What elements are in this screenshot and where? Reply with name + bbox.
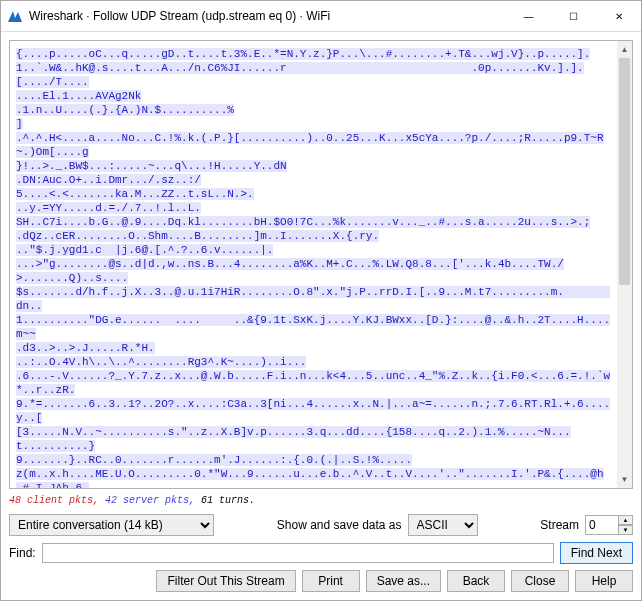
button-row: Filter Out This Stream Print Save as... …: [9, 570, 633, 592]
format-row: Entire conversation (14 kB) Show and sav…: [9, 514, 633, 536]
save-as-button[interactable]: Save as...: [366, 570, 441, 592]
show-save-label: Show and save data as: [277, 518, 402, 532]
stream-text[interactable]: {....p.....oC...q.....gD..t....t.3%.E..*…: [10, 41, 617, 488]
stream-line[interactable]: 9.......}..RC..0.......r......m'.J......…: [16, 454, 412, 466]
titlebar: Wireshark · Follow UDP Stream (udp.strea…: [1, 1, 641, 32]
find-input[interactable]: [42, 543, 554, 563]
vertical-scrollbar[interactable]: ▲ ▼: [617, 41, 632, 488]
stream-line[interactable]: .^.^.H<....a....No...C.!%.k.(.P.}[......…: [16, 132, 604, 158]
stream-line[interactable]: .#.I.JAh.6.: [16, 482, 89, 488]
close-dialog-button[interactable]: Close: [511, 570, 569, 592]
stream-line[interactable]: ...>"g........@s..d|d.,w..ns.B...4......…: [16, 258, 564, 284]
find-next-button[interactable]: Find Next: [560, 542, 633, 564]
wireshark-fin-icon: [7, 8, 23, 24]
stream-line[interactable]: 1..`.W&..hK@.s....t...A.../n.C6%JI......…: [16, 62, 584, 88]
stream-line[interactable]: z(m..x.h....ME.U.O.........0.*"W...9....…: [16, 468, 604, 480]
packet-summary: 48 client pkts, 42 server pkts, 61 turns…: [9, 495, 633, 506]
stream-line[interactable]: .6...-.V......?_.Y.7.z..x...@.W.b.....F.…: [16, 370, 610, 396]
turns: 61 turns.: [201, 495, 255, 506]
stream-line[interactable]: }!..>._.BW$...:.....~...q\...!H.....Y..d…: [16, 160, 287, 172]
scroll-down-icon[interactable]: ▼: [617, 471, 632, 488]
stream-label: Stream: [540, 518, 579, 532]
client-pkts: 48 client pkts,: [9, 495, 99, 506]
stream-line[interactable]: 5....<.<.......ka.M...ZZ..t.sL..N.>.: [16, 188, 254, 200]
window-title: Wireshark · Follow UDP Stream (udp.strea…: [29, 9, 506, 23]
stream-line[interactable]: .d3..>..>.J.....R.*H.: [16, 342, 155, 354]
scroll-track[interactable]: [617, 58, 632, 471]
stream-value[interactable]: [585, 515, 619, 535]
help-button[interactable]: Help: [575, 570, 633, 592]
stream-line[interactable]: ]: [16, 118, 23, 130]
back-button[interactable]: Back: [447, 570, 505, 592]
window-buttons: — ☐ ✕: [506, 1, 641, 31]
stream-line[interactable]: SH..C7i....b.G..@.9....Dq.kl........bH.$…: [16, 216, 590, 228]
stream-line[interactable]: 9.*=.......6..3..1?..2O?..x....:C3a..3[n…: [16, 398, 610, 424]
stream-frame: {....p.....oC...q.....gD..t....t.3%.E..*…: [9, 40, 633, 489]
find-row: Find: Find Next: [9, 542, 633, 564]
stream-line[interactable]: [3.....N.V..~..........s."..z..X.B]v.p..…: [16, 426, 571, 452]
stream-line[interactable]: .DN:Auc.O+..i.Dmr.../.sz..:/: [16, 174, 201, 186]
close-button[interactable]: ✕: [596, 1, 641, 31]
minimize-button[interactable]: —: [506, 1, 551, 31]
stream-line[interactable]: ..y.=YY.....d.=./.7..!.l..L.: [16, 202, 201, 214]
stream-line[interactable]: .dQz..cER........O..Shm....B........]m..…: [16, 230, 379, 242]
stream-line[interactable]: ....El.1....AVAg2Nk: [16, 90, 141, 102]
spin-up-icon[interactable]: ▲: [619, 515, 633, 525]
stream-line[interactable]: {....p.....oC...q.....gD..t....t.3%.E..*…: [16, 48, 590, 60]
stream-line[interactable]: .."$.j.ygd1.c |j.6@.[.^.?..6.v......|.: [16, 244, 273, 256]
content-area: {....p.....oC...q.....gD..t....t.3%.E..*…: [1, 32, 641, 600]
main-window: Wireshark · Follow UDP Stream (udp.strea…: [0, 0, 642, 601]
stream-spinner[interactable]: ▲ ▼: [585, 515, 633, 535]
maximize-button[interactable]: ☐: [551, 1, 596, 31]
conversation-select[interactable]: Entire conversation (14 kB): [9, 514, 214, 536]
scroll-thumb[interactable]: [619, 58, 630, 285]
stream-line[interactable]: 1.........."DG.e...... .... ..&{9.1t.SxK…: [16, 314, 610, 340]
print-button[interactable]: Print: [302, 570, 360, 592]
stream-line[interactable]: $s.......d/h.f..j.X..3..@.u.1i7HiR......…: [16, 286, 610, 312]
scroll-up-icon[interactable]: ▲: [617, 41, 632, 58]
stream-line[interactable]: ..:..O.4V.h\..\..^........Rg3^.K~....)..…: [16, 356, 306, 368]
format-select[interactable]: ASCII: [408, 514, 478, 536]
server-pkts: 42 server pkts,: [105, 495, 195, 506]
spin-down-icon[interactable]: ▼: [619, 525, 633, 535]
find-label: Find:: [9, 546, 36, 560]
stream-line[interactable]: .1.n..U....(.}.{A.)N.$..........%: [16, 104, 234, 116]
filter-out-button[interactable]: Filter Out This Stream: [156, 570, 295, 592]
